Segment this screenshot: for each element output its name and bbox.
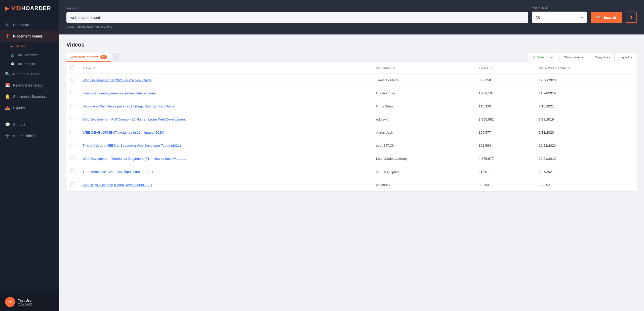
channel-link[interactable]: whatsdev	[376, 183, 390, 187]
sidebar-item-keyword-generator[interactable]: 📅 Keyword Generator	[0, 80, 59, 91]
search-input[interactable]	[66, 12, 528, 23]
video-title-link[interactable]: Web Development Tutorial for Beginners (…	[83, 157, 186, 161]
section-title: Videos	[66, 42, 637, 48]
max-results-select[interactable]: 50 10 25 100	[532, 12, 587, 23]
max-results-label: Max Results	[532, 6, 587, 10]
search-button-label: Search	[603, 15, 616, 20]
view-profile-link[interactable]: View profile	[18, 302, 33, 305]
video-title-link[interactable]: Become a Web Developer in 2021 (Legit St…	[83, 104, 176, 108]
sidebar-item-label: Placement Finder	[13, 34, 43, 38]
row-title: Learn web development as an absolute beg…	[78, 87, 372, 100]
search-header: Keyword Max Results 50 10 25 100 🔍 Searc…	[59, 0, 644, 34]
row-views: 191,564	[475, 139, 535, 152]
channel-link[interactable]: codeSTACKr	[376, 144, 396, 147]
export-button[interactable]: Export ▾	[615, 53, 637, 62]
row-date: 11/24/2019	[535, 87, 637, 100]
channel-col-label: CHANNEL	[376, 66, 391, 69]
video-title-link[interactable]: The **Simplest** Web Developer Path for …	[83, 170, 153, 174]
tabs-row: web development 50 + ✓ Subscribed Show s…	[66, 53, 637, 62]
channel-header[interactable]: CHANNEL ⇅	[372, 62, 475, 74]
views-header[interactable]: VIEWS ⇅	[475, 62, 535, 74]
row-views: 115,320	[475, 100, 535, 113]
channel-link[interactable]: Aaron Jack	[376, 131, 393, 134]
sidebar-item-channel-scraper[interactable]: 🔍 Channel Scraper	[0, 68, 59, 80]
keyword-generator-icon: 📅	[5, 83, 10, 88]
row-checkbox[interactable]	[70, 104, 74, 108]
row-checkbox[interactable]	[70, 143, 74, 147]
search-row: Keyword Max Results 50 10 25 100 🔍 Searc…	[66, 6, 637, 23]
tab-label: web development	[71, 55, 98, 59]
search-button[interactable]: 🔍 Search	[591, 12, 622, 23]
sidebar-item-bonus-training[interactable]: ➕ Bonus Training	[0, 130, 59, 141]
row-channel: LearnCode.academy	[372, 152, 475, 165]
subscribed-button[interactable]: ✓ Subscribed	[528, 53, 559, 62]
row-views: 31,201	[475, 165, 535, 178]
sidebar-item-dashboard[interactable]: ⊞ Dashboard	[0, 19, 59, 30]
row-views: 1,258,104	[475, 87, 535, 100]
video-title-link[interactable]: Web Development Full Course - 10 Hours |…	[83, 118, 188, 121]
row-checkbox[interactable]	[70, 78, 74, 82]
sidebar-item-top-phrases[interactable]: 💬 Top Phrases	[0, 59, 59, 68]
row-checkbox[interactable]	[70, 91, 74, 95]
sidebar-item-placement-finder[interactable]: 📍 Placement Finder	[0, 30, 59, 42]
show-selected-label: Show selected	[564, 55, 585, 59]
sidebar-item-contact[interactable]: 💬 Contact	[0, 119, 59, 130]
row-checkbox-cell	[66, 152, 78, 165]
row-channel: Traversy Media	[372, 74, 475, 87]
channel-link[interactable]: edureka!	[376, 118, 389, 121]
row-checkbox-cell	[66, 87, 78, 100]
main-content: Keyword Max Results 50 10 25 100 🔍 Searc…	[59, 0, 644, 311]
table-body: Web Development In 2021 - A Practical Gu…	[66, 74, 637, 191]
date-header[interactable]: DATE PUBLISHED ⇅	[535, 62, 637, 74]
video-title-link[interactable]: Web Development In 2021 - A Practical Gu…	[83, 78, 151, 82]
sidebar-item-videos[interactable]: ▶ Videos	[0, 42, 59, 51]
row-channel: codeSTACKr	[372, 139, 475, 152]
channel-link[interactable]: Traversy Media	[376, 78, 399, 82]
row-views: 4,375,977	[475, 152, 535, 165]
video-title-link[interactable]: WEB DEVELOPMENT explained in 10 minutes …	[83, 131, 164, 134]
sidebar-item-label: Channel Scraper	[13, 72, 39, 76]
channel-link[interactable]: Chris Sean	[376, 104, 393, 108]
row-checkbox[interactable]	[70, 117, 74, 121]
row-checkbox[interactable]	[70, 169, 74, 173]
sidebar-item-exports[interactable]: 📤 Exports	[0, 102, 59, 113]
video-title-link[interactable]: Should You Become a Web Developer in 202…	[83, 183, 152, 187]
video-title-link[interactable]: This is ALL you NEED to Become a Web Dev…	[83, 144, 181, 147]
add-tab-button[interactable]: +	[112, 53, 121, 62]
row-checkbox[interactable]	[70, 156, 74, 160]
row-checkbox-cell	[66, 126, 78, 139]
row-date: 3/16/2021	[535, 100, 637, 113]
channel-sort-icon[interactable]: ⇅	[393, 66, 395, 69]
show-selected-button[interactable]: Show selected	[559, 53, 590, 62]
title-sort-icon[interactable]: ⇅	[93, 66, 95, 69]
row-checkbox[interactable]	[70, 130, 74, 134]
search-icon: 🔍	[597, 15, 601, 20]
row-date: 1/13/2020	[535, 126, 637, 139]
sidebar-item-top-channels[interactable]: 📺 Top Channels	[0, 51, 59, 59]
tab-web-development[interactable]: web development 50	[66, 53, 111, 62]
row-checkbox[interactable]	[70, 182, 74, 186]
user-info: Test User View profile	[18, 299, 33, 305]
copy-links-button[interactable]: Copy links	[590, 53, 615, 62]
row-views: 3,255,882	[475, 113, 535, 126]
learn-placement-link[interactable]: Learn about placement targeting	[69, 25, 112, 28]
export-small-button[interactable]: ⬆	[626, 12, 637, 23]
row-views: 882,158	[475, 74, 535, 87]
views-sort-icon[interactable]: ⇅	[490, 66, 493, 69]
video-title-link[interactable]: Learn web development as an absolute beg…	[83, 91, 156, 95]
channel-link[interactable]: LearnCode.academy	[376, 157, 408, 161]
sidebar-item-label: Subscribed Searches	[13, 95, 47, 99]
table-row: Become a Web Developer in 2021 (Legit St…	[66, 100, 637, 113]
title-header[interactable]: TITLE ⇅	[78, 62, 372, 74]
subscribed-label: Subscribed	[537, 55, 554, 59]
sidebar-item-subscribed-searches[interactable]: 🔔 Subscribed Searches	[0, 91, 59, 102]
top-channels-icon: 📺	[11, 53, 14, 57]
channel-link[interactable]: James Q Quick	[376, 170, 399, 174]
sidebar-subitem-label: Top Phrases	[17, 62, 35, 66]
channel-link[interactable]: Coder Coder	[376, 91, 395, 95]
row-title: Web Development Tutorial for Beginners (…	[78, 152, 372, 165]
date-sort-icon[interactable]: ⇅	[568, 66, 570, 69]
contact-icon: 💬	[5, 122, 10, 127]
select-all-checkbox[interactable]	[70, 65, 74, 69]
row-title: WEB DEVELOPMENT explained in 10 minutes …	[78, 126, 372, 139]
